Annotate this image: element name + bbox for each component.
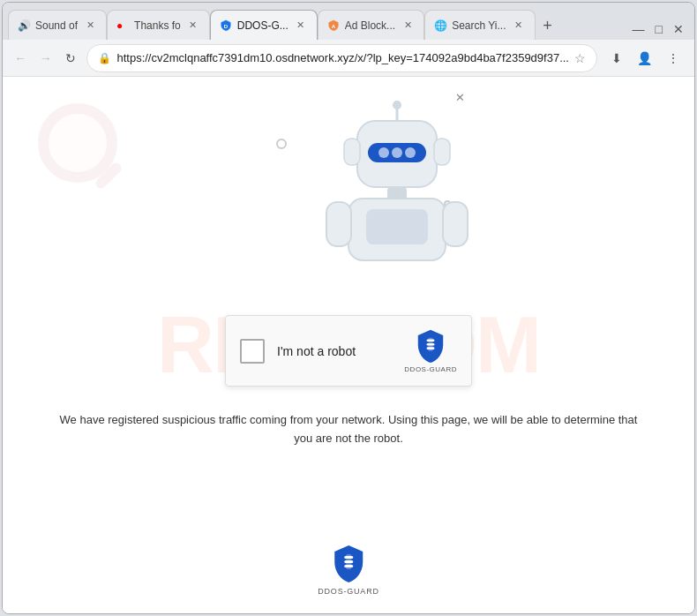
tab-favicon-adblock: A (327, 19, 340, 32)
close-button[interactable]: ✕ (673, 22, 684, 36)
tab-adblock[interactable]: A Ad Block... ✕ (318, 10, 424, 40)
svg-rect-19 (428, 338, 432, 351)
svg-rect-14 (344, 139, 360, 165)
tab-title-search: Search Yi... (452, 19, 506, 32)
toolbar: ← → ↻ 🔒 https://cv2mclqnaffc7391dm10.osd… (3, 40, 694, 77)
illustration-area: ✕ (3, 77, 694, 324)
more-options-button[interactable]: ⋮ (661, 46, 686, 71)
captcha-label: I'm not a robot (277, 344, 392, 358)
tab-favicon-thanks: ● (116, 19, 129, 32)
security-icon: 🔒 (98, 52, 111, 64)
download-button[interactable]: ⬇ (604, 46, 629, 71)
svg-point-8 (393, 101, 401, 109)
svg-text:A: A (332, 22, 336, 28)
captcha-brand-text: DDOS-GUARD (404, 365, 457, 373)
tab-sound[interactable]: 🔊 Sound of ✕ (8, 10, 107, 40)
tab-close-sound[interactable]: ✕ (83, 19, 97, 33)
tab-close-thanks[interactable]: ✕ (186, 19, 200, 33)
tab-favicon-search: 🌐 (434, 19, 446, 32)
tab-bar: 🔊 Sound of ✕ ● Thanks fo ✕ D DDOS-G... ✕ (3, 3, 694, 40)
svg-point-5 (392, 147, 402, 158)
forward-button[interactable]: → (36, 46, 54, 71)
svg-rect-23 (346, 554, 351, 569)
bookmark-icon[interactable]: ☆ (574, 51, 586, 65)
tab-title-ddos: DDOS-G... (237, 19, 289, 32)
tab-title-sound: Sound of (35, 19, 78, 32)
tab-title-thanks: Thanks fo (134, 19, 181, 32)
tab-ddos[interactable]: D DDOS-G... ✕ (210, 10, 318, 40)
deco-circle-1 (276, 139, 287, 149)
captcha-widget: I'm not a robot DDOS-GUARD (225, 315, 472, 387)
tab-close-search[interactable]: ✕ (512, 19, 526, 33)
popup-close-button[interactable]: ✕ (455, 91, 465, 104)
url-text: https://cv2mclqnaffc7391dm10.osdnetwork.… (116, 51, 569, 64)
svg-rect-11 (366, 209, 428, 244)
ddos-shield-icon (413, 328, 448, 364)
svg-point-6 (405, 147, 416, 158)
magnifier-illustration (38, 103, 144, 209)
tab-title-adblock: Ad Block... (345, 19, 395, 32)
tab-close-ddos[interactable]: ✕ (294, 19, 308, 33)
svg-rect-13 (443, 202, 468, 246)
bottom-logo: DDOS-GUARD (318, 544, 379, 596)
svg-rect-12 (326, 202, 351, 246)
new-tab-button[interactable]: + (536, 13, 560, 38)
tab-thanks[interactable]: ● Thanks fo ✕ (107, 10, 210, 40)
profile-button[interactable]: 👤 (633, 46, 657, 71)
tab-favicon-sound: 🔊 (18, 19, 30, 32)
description-text: We have registered suspicious traffic co… (40, 411, 657, 448)
captcha-checkbox[interactable] (240, 339, 265, 364)
bottom-brand-text: DDOS-GUARD (318, 587, 379, 596)
captcha-logo-area: DDOS-GUARD (404, 328, 457, 373)
tab-favicon-ddos: D (220, 19, 232, 32)
bottom-shield-icon (331, 544, 366, 583)
window-controls: — □ ✕ (633, 22, 689, 36)
page-content: RISK.COM (3, 77, 694, 613)
svg-rect-15 (434, 139, 450, 165)
address-bar[interactable]: 🔒 https://cv2mclqnaffc7391dm10.osdnetwor… (86, 44, 597, 72)
maximize-button[interactable]: □ (656, 22, 663, 36)
reload-button[interactable]: ↻ (62, 46, 79, 71)
tab-search[interactable]: 🌐 Search Yi... ✕ (424, 10, 535, 40)
svg-point-4 (378, 147, 389, 158)
minimize-button[interactable]: — (633, 22, 645, 36)
tab-close-adblock[interactable]: ✕ (401, 19, 415, 33)
robot-illustration (322, 94, 472, 271)
svg-text:D: D (224, 22, 229, 28)
toolbar-actions: ⬇ 👤 ⋮ (604, 46, 686, 71)
browser-window: 🔊 Sound of ✕ ● Thanks fo ✕ D DDOS-G... ✕ (2, 2, 695, 614)
back-button[interactable]: ← (11, 46, 29, 71)
